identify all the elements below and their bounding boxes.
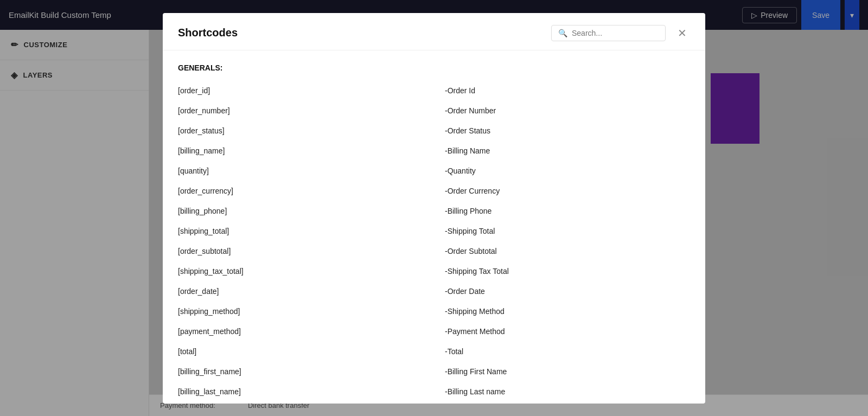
shortcode-code: [order_date]: [178, 281, 434, 302]
shortcode-desc: -Order Id: [434, 81, 690, 101]
shortcode-code: [shipping_method]: [178, 302, 434, 322]
shortcode-code: [order_currency]: [178, 181, 434, 201]
modal-title: Shortcodes: [178, 27, 238, 39]
shortcode-desc: -Order Subtotal: [434, 241, 690, 261]
modal-body: GENERALS: [order_id]-Order Id[order_numb…: [163, 50, 705, 404]
shortcode-desc: -Shipping Method: [434, 302, 690, 322]
search-container[interactable]: 🔍: [551, 25, 666, 41]
shortcode-desc: -Quantity: [434, 161, 690, 181]
shortcode-desc: -Shipping Total: [434, 221, 690, 241]
shortcode-desc: -Billing Phone: [434, 201, 690, 221]
shortcodes-modal: Shortcodes 🔍 ✕ GENERALS: [order_id]-Orde…: [163, 13, 705, 404]
shortcode-code: [order_number]: [178, 101, 434, 121]
shortcode-desc: -Billing First Name: [434, 362, 690, 382]
shortcode-code: [order_subtotal]: [178, 241, 434, 261]
shortcode-code: [billing_name]: [178, 141, 434, 161]
shortcode-desc: -Order Number: [434, 101, 690, 121]
shortcode-desc: -Order Currency: [434, 181, 690, 201]
generals-heading: GENERALS:: [178, 63, 690, 72]
search-icon: 🔍: [558, 29, 567, 37]
shortcode-code: [shipping_tax_total]: [178, 261, 434, 281]
shortcode-desc: -Shipping Tax Total: [434, 261, 690, 281]
generals-section: GENERALS: [order_id]-Order Id[order_numb…: [178, 63, 690, 404]
shortcode-code: [payment_method]: [178, 322, 434, 342]
search-input[interactable]: [572, 29, 659, 37]
shortcode-desc: -Order Status: [434, 121, 690, 141]
shortcode-code: [billing_last_name]: [178, 382, 434, 402]
close-button[interactable]: ✕: [674, 27, 690, 40]
shortcode-desc: -Payment Method: [434, 322, 690, 342]
shortcode-code: [billing_company]: [178, 402, 434, 404]
shortcode-code: [billing_first_name]: [178, 362, 434, 382]
shortcode-code: [quantity]: [178, 161, 434, 181]
shortcodes-grid: [order_id]-Order Id[order_number]-Order …: [178, 81, 690, 404]
shortcode-desc: -Billing Last name: [434, 382, 690, 402]
modal-header: Shortcodes 🔍 ✕: [163, 13, 705, 50]
shortcode-desc: -billing_company: [434, 402, 690, 404]
shortcode-code: [total]: [178, 342, 434, 362]
shortcode-desc: -Order Date: [434, 281, 690, 302]
shortcode-code: [billing_phone]: [178, 201, 434, 221]
modal-header-actions: 🔍 ✕: [551, 25, 690, 41]
shortcode-code: [order_status]: [178, 121, 434, 141]
shortcode-code: [order_id]: [178, 81, 434, 101]
shortcode-desc: -Total: [434, 342, 690, 362]
shortcode-code: [shipping_total]: [178, 221, 434, 241]
shortcode-desc: -Billing Name: [434, 141, 690, 161]
